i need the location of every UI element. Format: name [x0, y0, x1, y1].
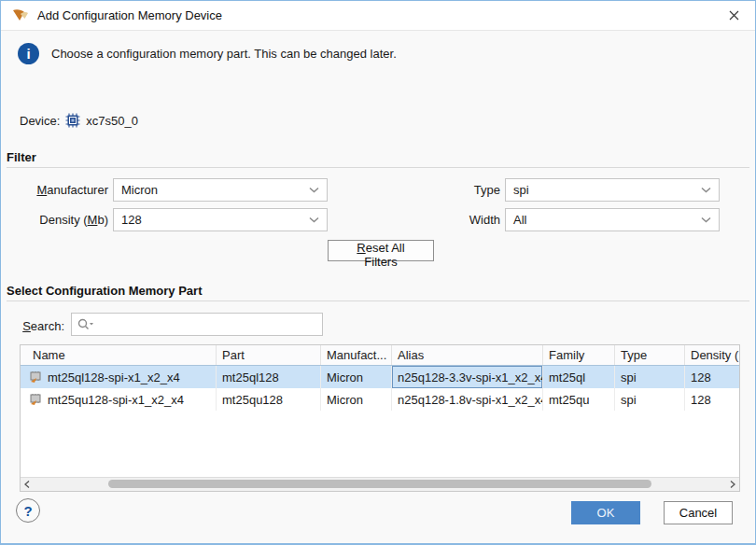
column-header-type[interactable]: Type	[615, 345, 685, 365]
column-header-family[interactable]: Family	[543, 345, 615, 365]
chevron-down-icon	[309, 217, 319, 223]
scroll-left-icon[interactable]	[21, 478, 34, 491]
part-density: 128	[685, 366, 739, 388]
ok-button[interactable]: OK	[571, 501, 640, 524]
part-name: mt25ql128-spi-x1_x2_x4	[48, 370, 180, 384]
memory-part-table: Name Part Manufact... Alias Family Type …	[20, 344, 740, 492]
part-family: mt25ql	[543, 366, 615, 388]
select-part-section-title: Select Configuration Memory Part	[7, 284, 202, 298]
device-row: Device: xc7s50_0	[20, 113, 138, 128]
search-box	[71, 313, 323, 336]
width-select[interactable]: All	[505, 208, 720, 231]
width-value: All	[513, 213, 701, 227]
part-family: mt25qu	[543, 388, 615, 411]
part-manufacturer: Micron	[321, 366, 392, 388]
select-part-section-divider	[7, 300, 749, 301]
memory-part-icon	[29, 394, 42, 405]
scrollbar-thumb[interactable]	[108, 480, 651, 488]
part-type: spi	[615, 366, 685, 388]
column-header-alias[interactable]: Alias	[392, 345, 543, 365]
manufacturer-select[interactable]: Micron	[113, 178, 328, 202]
column-header-name[interactable]: Name	[21, 345, 217, 365]
part-manufacturer: Micron	[321, 388, 392, 411]
info-banner: i Choose a configuration memory part. Th…	[18, 43, 397, 64]
column-header-manufacturer[interactable]: Manufact...	[321, 345, 392, 365]
search-label: Search:	[1, 319, 64, 333]
part-number: mt25ql128	[217, 366, 321, 388]
title-bar: Add Configuration Memory Device	[1, 1, 755, 31]
manufacturer-value: Micron	[121, 183, 309, 197]
part-alias: n25q128-3.3v-spi-x1_x2_x4	[392, 366, 543, 388]
part-number: mt25qu128	[217, 388, 321, 411]
device-label: Device:	[20, 114, 60, 128]
reset-all-filters-button[interactable]: Reset All Filters	[328, 240, 434, 261]
table-header-row: Name Part Manufact... Alias Family Type …	[21, 345, 739, 366]
type-value: spi	[513, 183, 701, 197]
device-name: xc7s50_0	[86, 114, 138, 128]
info-message: Choose a configuration memory part. This…	[51, 47, 397, 61]
column-header-density[interactable]: Density (.	[685, 345, 739, 365]
filter-section-divider	[7, 167, 749, 168]
close-button[interactable]	[718, 1, 749, 30]
horizontal-scrollbar[interactable]	[21, 477, 739, 491]
search-icon[interactable]	[77, 318, 94, 330]
cancel-button[interactable]: Cancel	[664, 501, 733, 524]
part-alias: n25q128-1.8v-spi-x1_x2_x4	[392, 388, 543, 411]
search-input[interactable]	[98, 317, 316, 331]
density-select[interactable]: 128	[113, 208, 328, 231]
table-empty-area	[21, 411, 739, 477]
help-button[interactable]: ?	[16, 498, 40, 523]
density-value: 128	[121, 213, 309, 227]
column-header-part[interactable]: Part	[217, 345, 321, 365]
part-name: mt25qu128-spi-x1_x2_x4	[48, 393, 184, 407]
close-icon	[729, 10, 739, 21]
density-label: Density (Mb)	[1, 213, 108, 227]
page-title: Add Configuration Memory Device	[37, 8, 222, 22]
part-type: spi	[615, 388, 685, 411]
add-config-memory-dialog: Add Configuration Memory Device i Choose…	[0, 0, 756, 545]
table-row[interactable]: mt25qu128-spi-x1_x2_x4 mt25qu128 Micron …	[21, 388, 739, 411]
chevron-down-icon	[701, 187, 711, 193]
chevron-down-icon	[701, 217, 711, 223]
info-icon: i	[18, 43, 39, 64]
chip-icon	[65, 113, 80, 128]
part-density: 128	[685, 388, 739, 411]
filter-section-title: Filter	[7, 150, 36, 164]
vivado-logo-icon	[12, 8, 29, 22]
memory-part-icon	[29, 371, 42, 383]
type-label: Type	[393, 183, 500, 197]
scroll-right-icon[interactable]	[726, 478, 739, 491]
type-select[interactable]: spi	[505, 178, 720, 202]
width-label: Width	[393, 213, 500, 227]
table-row[interactable]: mt25ql128-spi-x1_x2_x4 mt25ql128 Micron …	[21, 366, 739, 388]
chevron-down-icon	[309, 187, 319, 193]
manufacturer-label: Manufacturer	[1, 183, 108, 197]
